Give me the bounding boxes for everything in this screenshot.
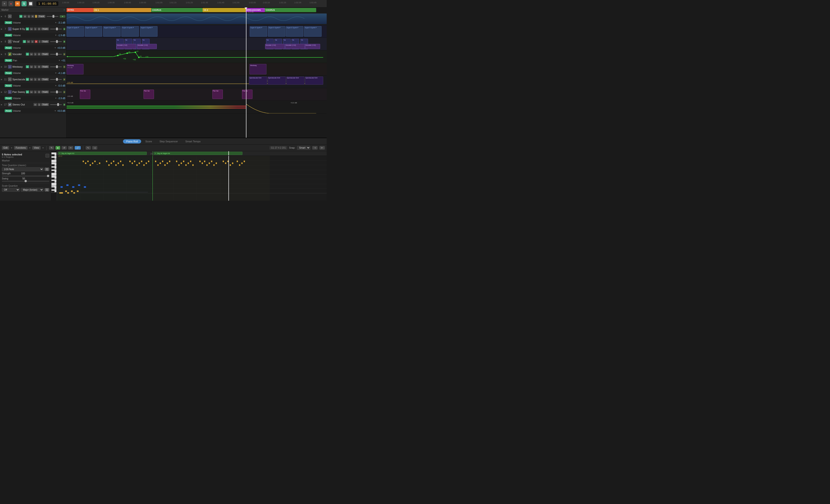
pr-note[interactable] <box>157 164 159 166</box>
region-11-spec3[interactable]: Spectacular Entr <box>286 76 305 85</box>
piano-key-black[interactable] <box>51 171 55 173</box>
scale-off-select[interactable]: Off On <box>2 188 20 192</box>
timeline-track-7[interactable]: Super 8 Synth P Super 8 Synth P Super 8 … <box>66 25 327 38</box>
mute-btn-10[interactable]: M <box>30 65 33 68</box>
read-btn-12[interactable]: Read <box>5 97 12 100</box>
region-track-6-main[interactable] <box>66 13 327 24</box>
region-7-9[interactable]: Super 8 Synth P <box>304 26 322 37</box>
pr-note[interactable] <box>129 161 131 162</box>
power-btn-8[interactable]: O <box>23 40 26 43</box>
pr-note[interactable] <box>108 164 110 166</box>
mute-btn-12[interactable]: M <box>30 90 33 94</box>
power-btn-10[interactable]: O <box>26 65 29 68</box>
pr-note[interactable] <box>244 161 245 162</box>
add-marker-btn[interactable]: + <box>63 9 65 11</box>
region-7-7[interactable]: Super 8 Synth P <box>268 26 285 37</box>
region-8-vocoder2[interactable]: Vocoder (+12) <box>137 44 157 49</box>
input-btn-8[interactable]: I <box>38 40 41 43</box>
timeline-track-11[interactable]: -5.6 dB -8.0 dB -5.6 dB Spectacular Entr… <box>66 75 327 88</box>
rec-btn-10[interactable]: R <box>37 65 41 68</box>
mute-btn-17[interactable]: M <box>33 103 37 106</box>
eraser-tool[interactable]: ◁ <box>92 146 97 150</box>
q-btn[interactable]: Q <box>44 167 49 171</box>
region-12-pan2[interactable]: Pan Sw <box>143 90 154 99</box>
pr-note[interactable] <box>164 164 166 166</box>
power-btn-6[interactable]: O <box>19 15 23 18</box>
pr-note-selected[interactable] <box>72 186 74 188</box>
pr-note[interactable] <box>192 164 194 166</box>
solo-btn-9[interactable]: S <box>34 53 37 56</box>
pr-note[interactable] <box>232 162 233 164</box>
pr-note[interactable] <box>115 164 117 166</box>
loop-tool[interactable]: ↺ <box>62 146 67 150</box>
timeline-track-12[interactable]: Pan Sw Pan Sw Pan Sw Pan Sv -3.9 dB <box>66 88 327 101</box>
pr-note[interactable] <box>97 164 98 165</box>
rec-btn-12[interactable]: R <box>37 90 41 94</box>
power-btn-9[interactable]: O <box>26 53 29 56</box>
s-button[interactable]: S <box>22 1 27 6</box>
pr-region-1[interactable]: ▷ Sky At Night Kit <box>58 152 147 155</box>
snap-select[interactable]: Smart Off 1/16 1/8 1/4 1/2 1 <box>297 146 310 150</box>
pr-note[interactable] <box>209 162 210 164</box>
input-btn-6[interactable]: I <box>35 15 37 18</box>
region-10-westway1[interactable]: Westway -4.1 dB <box>66 64 84 74</box>
read-btn-9[interactable]: Read <box>5 59 12 62</box>
strength-thumb[interactable] <box>47 175 49 177</box>
pr-note[interactable] <box>176 161 177 162</box>
region-11-spec4[interactable]: Spectacular Entr <box>305 76 323 85</box>
tab-step-sequencer[interactable]: Step Sequencer <box>156 139 181 144</box>
track-label-9[interactable]: Track <box>41 53 49 56</box>
quantize-left-btn[interactable]: ⊣ <box>312 146 318 150</box>
solo-btn-8[interactable]: S <box>31 40 34 43</box>
mute-btn-8[interactable]: M <box>27 40 30 43</box>
track-fader-6[interactable] <box>47 16 58 17</box>
region-7-1[interactable]: Super 8 Synth P <box>66 26 84 37</box>
pr-note[interactable] <box>118 162 119 164</box>
pr-note[interactable] <box>132 162 133 164</box>
scissors-tool[interactable]: ✂ <box>68 146 73 150</box>
pr-note[interactable] <box>183 161 184 162</box>
pr-note[interactable] <box>136 164 138 166</box>
read-btn-6[interactable]: Read <box>5 21 12 24</box>
copy-btn[interactable] <box>45 154 49 157</box>
region-7-4[interactable]: Super 8 Synth P <box>121 26 139 37</box>
solo-btn-6[interactable]: S <box>27 15 31 18</box>
timeline-track-9[interactable]: -22 -25 -27 +5 +31 +31 +31 <box>66 51 327 63</box>
pr-note-selected[interactable] <box>66 184 69 186</box>
pr-note[interactable] <box>204 161 205 162</box>
pr-note[interactable] <box>106 161 107 162</box>
read-btn-17[interactable]: Read <box>5 109 12 112</box>
pr-note[interactable] <box>71 190 73 192</box>
pr-note[interactable] <box>77 190 78 192</box>
view-menu-btn[interactable]: View <box>32 146 41 150</box>
track-label-11[interactable]: Track <box>41 78 49 81</box>
track-label-10[interactable]: Track <box>41 65 49 68</box>
region-12-pan1[interactable]: Pan Sw <box>80 90 90 99</box>
pr-note[interactable] <box>188 162 189 164</box>
pr-note[interactable] <box>167 162 168 164</box>
segment-vs1[interactable]: VS 1 <box>93 8 151 12</box>
region-12-pan4[interactable]: Pan Sv <box>242 90 253 99</box>
region-11-spec1[interactable]: Spectacular Entr <box>249 76 267 85</box>
read-btn-7[interactable]: Read <box>5 34 12 37</box>
pr-note[interactable] <box>181 162 182 164</box>
pr-note[interactable] <box>230 164 231 166</box>
pr-note[interactable] <box>87 161 89 162</box>
pr-note[interactable] <box>169 161 170 162</box>
track-expand-17[interactable]: ▶ <box>1 104 2 106</box>
pr-note[interactable] <box>110 162 112 164</box>
quantize-right-btn[interactable]: ⊢ <box>319 146 325 150</box>
pr-note[interactable] <box>213 164 215 166</box>
pr-note[interactable] <box>85 162 86 164</box>
pr-note[interactable] <box>94 161 96 162</box>
pr-note[interactable] <box>185 164 187 166</box>
pr-note[interactable] <box>239 164 241 166</box>
rec-btn-6[interactable]: R <box>31 15 35 18</box>
track-label-12[interactable]: Track <box>41 91 49 93</box>
pr-note-selected[interactable] <box>84 186 86 188</box>
pr-note-selected[interactable] <box>60 186 63 188</box>
note-value-select[interactable]: 1/16 Note 1/8 Note 1/4 Note 1/2 Note <box>2 167 44 171</box>
track-label-8[interactable]: Track <box>41 40 49 43</box>
pr-note[interactable] <box>138 162 140 164</box>
tab-smart-tempo[interactable]: Smart Tempo <box>182 139 204 144</box>
